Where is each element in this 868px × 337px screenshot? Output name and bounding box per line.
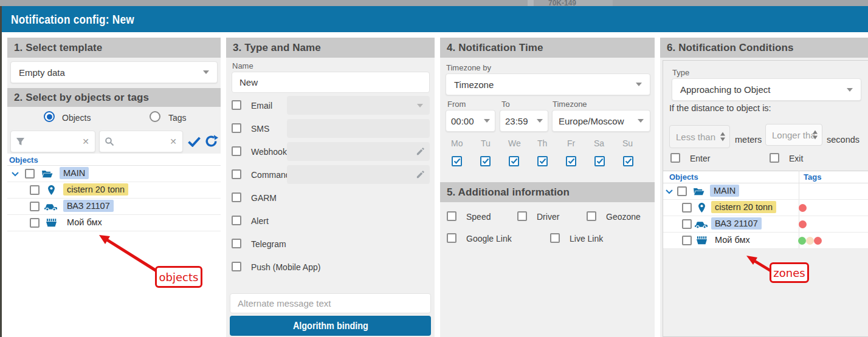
- tags-radio[interactable]: [150, 111, 160, 122]
- template-select-value: Empty data: [19, 67, 65, 78]
- command-input-disabled[interactable]: [287, 165, 430, 184]
- row-checkbox[interactable]: [30, 218, 40, 228]
- dialog-title: Notification config: New: [11, 12, 134, 27]
- email-select-disabled[interactable]: [287, 96, 430, 115]
- sms-input-disabled[interactable]: [287, 119, 430, 138]
- tree-row-vaz[interactable]: ВАЗ 21107: [7, 199, 221, 215]
- day-checkbox-su[interactable]: [623, 156, 633, 166]
- webhook-checkbox[interactable]: [232, 146, 241, 156]
- notification-config-dialog: 70K-149 Notification config: New 1. Sele…: [0, 0, 868, 337]
- chevron-down-icon: [484, 119, 490, 123]
- exit-label: Exit: [789, 154, 803, 163]
- objects-radio[interactable]: [44, 111, 55, 122]
- search-input[interactable]: ✕: [99, 131, 183, 152]
- from-select[interactable]: 00:00: [446, 110, 495, 132]
- chevron-down-icon: [636, 83, 642, 86]
- day-checkbox-we[interactable]: [509, 156, 519, 166]
- speed-checkbox[interactable]: [447, 211, 456, 221]
- row-checkbox[interactable]: [25, 169, 35, 179]
- live-link-checkbox[interactable]: [550, 233, 560, 243]
- filter-funnel-icon: [16, 137, 25, 146]
- apply-check-icon[interactable]: [187, 136, 201, 147]
- less-than-spinner[interactable]: Less than: [669, 125, 730, 148]
- command-checkbox[interactable]: [232, 169, 241, 179]
- pencil-icon[interactable]: [416, 170, 425, 179]
- panel-additional-body: [440, 202, 655, 337]
- meters-label: meters: [735, 135, 762, 145]
- day-checkbox-sa[interactable]: [594, 156, 605, 166]
- panel-additional-header: 5. Additional information: [440, 182, 655, 202]
- enter-checkbox[interactable]: [670, 153, 680, 163]
- expander-chevron-icon[interactable]: [666, 189, 673, 194]
- location-pin-icon: [697, 202, 706, 213]
- filter-input[interactable]: ✕: [10, 131, 95, 152]
- spinner-arrows-icon[interactable]: [720, 132, 725, 141]
- day-checkbox-th[interactable]: [537, 156, 548, 166]
- car-icon: [44, 203, 58, 211]
- alternate-message-input[interactable]: [230, 293, 431, 313]
- tree-row-cistern[interactable]: cistern 20 tonn: [7, 182, 221, 199]
- expander-chevron-icon[interactable]: [12, 172, 19, 177]
- row-checkbox[interactable]: [682, 219, 692, 229]
- tag-dot: [814, 237, 822, 245]
- tree-row-boat[interactable]: Мой бмх: [7, 215, 221, 231]
- day-checkbox-tu[interactable]: [480, 156, 491, 166]
- clear-search-icon[interactable]: ✕: [170, 137, 177, 146]
- longer-than-spinner[interactable]: Longer than: [765, 124, 822, 146]
- dialog-titlebar: Notification config: New: [2, 6, 868, 32]
- day-checkbox-fr[interactable]: [566, 156, 576, 166]
- clear-filter-icon[interactable]: ✕: [82, 137, 89, 146]
- boat-icon: [696, 236, 708, 245]
- condition-type-label: Type: [672, 68, 689, 77]
- email-checkbox[interactable]: [232, 100, 241, 110]
- objects-tree-title: Objects: [9, 155, 38, 165]
- command-label: Command: [251, 170, 291, 180]
- timezone-select[interactable]: Europe/Moscow: [552, 110, 650, 132]
- speed-label: Speed: [466, 212, 491, 222]
- algorithm-binding-button[interactable]: Algorithm binding: [230, 316, 431, 336]
- cond-tree-row-main[interactable]: MAIN: [663, 183, 868, 200]
- geozone-checkbox[interactable]: [587, 211, 596, 221]
- row-checkbox[interactable]: [682, 236, 692, 245]
- cond-tree-row-boat[interactable]: Мой бмх: [663, 233, 868, 249]
- name-label: Name: [232, 61, 253, 70]
- folder-icon: [41, 169, 53, 179]
- condition-type-select[interactable]: Approaching to Object: [672, 78, 861, 101]
- row-checkbox[interactable]: [30, 202, 40, 211]
- garm-checkbox[interactable]: [232, 192, 241, 202]
- name-field[interactable]: [232, 72, 430, 93]
- sms-checkbox[interactable]: [232, 123, 241, 133]
- pencil-icon[interactable]: [416, 147, 425, 156]
- car-icon: [694, 220, 708, 229]
- timezone-by-select[interactable]: Timezone: [446, 73, 650, 95]
- cond-tree-row-vaz[interactable]: ВАЗ 21107: [663, 216, 868, 233]
- exit-checkbox[interactable]: [770, 153, 779, 163]
- objects-annotation-box: objects: [155, 266, 202, 288]
- cond-tree-row-cistern[interactable]: cistern 20 tonn: [663, 200, 868, 216]
- longer-than-placeholder: Longer than: [772, 130, 815, 140]
- day-label-fr: Fr: [567, 138, 575, 148]
- webhook-input-disabled[interactable]: [287, 142, 430, 161]
- telegram-checkbox[interactable]: [232, 239, 241, 248]
- tree-label: Мой бмх: [711, 234, 754, 246]
- column-objects: Objects: [669, 172, 698, 182]
- alert-checkbox[interactable]: [232, 216, 241, 225]
- row-checkbox[interactable]: [677, 186, 687, 196]
- tree-row-main[interactable]: MAIN: [7, 166, 221, 182]
- folder-icon: [693, 187, 704, 196]
- template-select[interactable]: Empty data: [10, 61, 218, 83]
- day-checkbox-mo[interactable]: [452, 156, 462, 166]
- google-link-checkbox[interactable]: [447, 233, 456, 243]
- row-checkbox[interactable]: [682, 203, 692, 213]
- row-checkbox[interactable]: [30, 185, 40, 195]
- driver-checkbox[interactable]: [517, 211, 527, 221]
- tag-dot: [799, 220, 807, 228]
- webhook-label: Webhook: [251, 147, 287, 157]
- push-checkbox[interactable]: [232, 262, 241, 271]
- live-link-label: Live Link: [570, 234, 603, 243]
- spinner-arrows-icon[interactable]: [813, 131, 818, 140]
- to-select[interactable]: 23:59: [500, 110, 548, 132]
- dimmed-background-strip: 70K-149: [0, 0, 868, 6]
- enter-label: Enter: [690, 154, 710, 163]
- sync-icon[interactable]: [204, 134, 218, 148]
